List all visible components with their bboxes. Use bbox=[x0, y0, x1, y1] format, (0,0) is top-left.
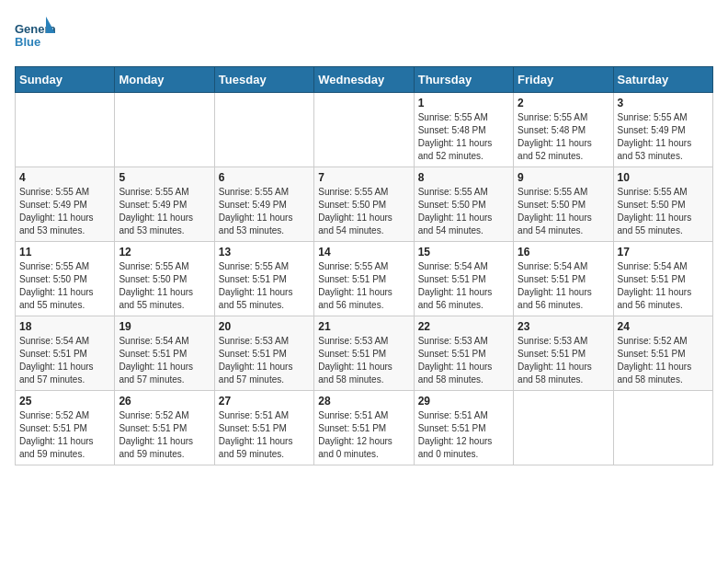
calendar-day-cell: 20Sunrise: 5:53 AM Sunset: 5:51 PM Dayli… bbox=[214, 316, 313, 391]
day-info: Sunrise: 5:55 AM Sunset: 5:49 PM Dayligh… bbox=[19, 186, 110, 237]
calendar-day-cell: 2Sunrise: 5:55 AM Sunset: 5:48 PM Daylig… bbox=[514, 93, 613, 167]
day-number: 22 bbox=[418, 320, 509, 333]
day-number: 2 bbox=[518, 97, 609, 109]
day-info: Sunrise: 5:55 AM Sunset: 5:48 PM Dayligh… bbox=[518, 111, 609, 163]
calendar-day-cell: 17Sunrise: 5:54 AM Sunset: 5:51 PM Dayli… bbox=[613, 242, 712, 316]
day-info: Sunrise: 5:55 AM Sunset: 5:50 PM Dayligh… bbox=[618, 186, 709, 237]
day-number: 14 bbox=[318, 246, 409, 259]
svg-text:Blue: Blue bbox=[15, 35, 40, 49]
day-number: 9 bbox=[518, 171, 609, 184]
calendar-day-cell: 4Sunrise: 5:55 AM Sunset: 5:49 PM Daylig… bbox=[16, 167, 115, 242]
day-info: Sunrise: 5:51 AM Sunset: 5:51 PM Dayligh… bbox=[318, 409, 409, 461]
calendar-day-header: Thursday bbox=[414, 67, 513, 93]
calendar-day-header: Monday bbox=[115, 67, 214, 93]
day-info: Sunrise: 5:55 AM Sunset: 5:51 PM Dayligh… bbox=[219, 260, 310, 312]
day-number: 7 bbox=[318, 171, 409, 184]
day-info: Sunrise: 5:55 AM Sunset: 5:50 PM Dayligh… bbox=[318, 186, 409, 237]
calendar-day-cell: 14Sunrise: 5:55 AM Sunset: 5:51 PM Dayli… bbox=[314, 242, 414, 316]
day-info: Sunrise: 5:51 AM Sunset: 5:51 PM Dayligh… bbox=[418, 409, 509, 461]
day-info: Sunrise: 5:53 AM Sunset: 5:51 PM Dayligh… bbox=[219, 335, 310, 386]
calendar-day-cell: 5Sunrise: 5:55 AM Sunset: 5:49 PM Daylig… bbox=[115, 167, 214, 242]
day-number: 23 bbox=[518, 320, 609, 333]
day-number: 20 bbox=[219, 320, 310, 333]
calendar-week-row: 4Sunrise: 5:55 AM Sunset: 5:49 PM Daylig… bbox=[16, 167, 713, 242]
day-info: Sunrise: 5:55 AM Sunset: 5:50 PM Dayligh… bbox=[19, 260, 110, 312]
day-number: 11 bbox=[19, 246, 110, 259]
day-number: 1 bbox=[418, 97, 509, 109]
day-info: Sunrise: 5:54 AM Sunset: 5:51 PM Dayligh… bbox=[518, 260, 609, 312]
day-info: Sunrise: 5:53 AM Sunset: 5:51 PM Dayligh… bbox=[518, 335, 609, 386]
calendar-day-cell: 13Sunrise: 5:55 AM Sunset: 5:51 PM Dayli… bbox=[214, 242, 313, 316]
calendar-day-cell: 7Sunrise: 5:55 AM Sunset: 5:50 PM Daylig… bbox=[314, 167, 414, 242]
calendar-day-cell: 10Sunrise: 5:55 AM Sunset: 5:50 PM Dayli… bbox=[613, 167, 712, 242]
calendar-day-cell: 25Sunrise: 5:52 AM Sunset: 5:51 PM Dayli… bbox=[16, 391, 115, 465]
page-header: General Blue bbox=[15, 15, 713, 59]
day-number: 10 bbox=[618, 171, 709, 184]
day-number: 21 bbox=[318, 320, 409, 333]
day-number: 4 bbox=[19, 171, 110, 184]
calendar-day-cell: 8Sunrise: 5:55 AM Sunset: 5:50 PM Daylig… bbox=[414, 167, 513, 242]
calendar-day-cell bbox=[314, 93, 414, 167]
calendar-body: 1Sunrise: 5:55 AM Sunset: 5:48 PM Daylig… bbox=[16, 93, 713, 465]
calendar-week-row: 1Sunrise: 5:55 AM Sunset: 5:48 PM Daylig… bbox=[16, 93, 713, 167]
calendar-day-cell bbox=[514, 391, 613, 465]
calendar-day-cell: 9Sunrise: 5:55 AM Sunset: 5:50 PM Daylig… bbox=[514, 167, 613, 242]
day-number: 27 bbox=[219, 395, 310, 408]
day-info: Sunrise: 5:55 AM Sunset: 5:51 PM Dayligh… bbox=[318, 260, 409, 312]
day-info: Sunrise: 5:52 AM Sunset: 5:51 PM Dayligh… bbox=[119, 409, 210, 461]
day-info: Sunrise: 5:51 AM Sunset: 5:51 PM Dayligh… bbox=[219, 409, 310, 461]
calendar-day-cell: 16Sunrise: 5:54 AM Sunset: 5:51 PM Dayli… bbox=[514, 242, 613, 316]
day-number: 26 bbox=[119, 395, 210, 408]
day-number: 15 bbox=[418, 246, 509, 259]
day-info: Sunrise: 5:52 AM Sunset: 5:51 PM Dayligh… bbox=[618, 335, 709, 386]
day-info: Sunrise: 5:55 AM Sunset: 5:50 PM Dayligh… bbox=[119, 260, 210, 312]
calendar-day-cell: 27Sunrise: 5:51 AM Sunset: 5:51 PM Dayli… bbox=[214, 391, 313, 465]
day-info: Sunrise: 5:53 AM Sunset: 5:51 PM Dayligh… bbox=[418, 335, 509, 386]
day-number: 29 bbox=[418, 395, 509, 408]
calendar-day-cell: 3Sunrise: 5:55 AM Sunset: 5:49 PM Daylig… bbox=[613, 93, 712, 167]
day-info: Sunrise: 5:55 AM Sunset: 5:50 PM Dayligh… bbox=[418, 186, 509, 237]
calendar-day-header: Friday bbox=[514, 67, 613, 93]
day-info: Sunrise: 5:55 AM Sunset: 5:49 PM Dayligh… bbox=[219, 186, 310, 237]
logo-icon: General Blue bbox=[15, 15, 55, 55]
day-info: Sunrise: 5:54 AM Sunset: 5:51 PM Dayligh… bbox=[618, 260, 709, 312]
day-info: Sunrise: 5:55 AM Sunset: 5:49 PM Dayligh… bbox=[119, 186, 210, 237]
calendar-day-cell bbox=[214, 93, 313, 167]
day-number: 16 bbox=[518, 246, 609, 259]
calendar-day-header: Sunday bbox=[16, 67, 115, 93]
calendar-day-cell: 15Sunrise: 5:54 AM Sunset: 5:51 PM Dayli… bbox=[414, 242, 513, 316]
calendar-day-cell bbox=[115, 93, 214, 167]
calendar-day-cell: 1Sunrise: 5:55 AM Sunset: 5:48 PM Daylig… bbox=[414, 93, 513, 167]
day-info: Sunrise: 5:52 AM Sunset: 5:51 PM Dayligh… bbox=[19, 409, 110, 461]
calendar-day-cell: 12Sunrise: 5:55 AM Sunset: 5:50 PM Dayli… bbox=[115, 242, 214, 316]
calendar-day-cell bbox=[16, 93, 115, 167]
day-info: Sunrise: 5:54 AM Sunset: 5:51 PM Dayligh… bbox=[418, 260, 509, 312]
day-number: 24 bbox=[618, 320, 709, 333]
day-info: Sunrise: 5:55 AM Sunset: 5:50 PM Dayligh… bbox=[518, 186, 609, 237]
calendar-day-cell: 23Sunrise: 5:53 AM Sunset: 5:51 PM Dayli… bbox=[514, 316, 613, 391]
calendar-day-cell: 6Sunrise: 5:55 AM Sunset: 5:49 PM Daylig… bbox=[214, 167, 313, 242]
calendar-day-header: Wednesday bbox=[314, 67, 414, 93]
day-number: 6 bbox=[219, 171, 310, 184]
day-info: Sunrise: 5:53 AM Sunset: 5:51 PM Dayligh… bbox=[318, 335, 409, 386]
day-info: Sunrise: 5:55 AM Sunset: 5:48 PM Dayligh… bbox=[418, 111, 509, 163]
calendar-day-cell: 22Sunrise: 5:53 AM Sunset: 5:51 PM Dayli… bbox=[414, 316, 513, 391]
day-info: Sunrise: 5:54 AM Sunset: 5:51 PM Dayligh… bbox=[119, 335, 210, 386]
calendar-day-cell: 21Sunrise: 5:53 AM Sunset: 5:51 PM Dayli… bbox=[314, 316, 414, 391]
day-number: 12 bbox=[119, 246, 210, 259]
day-number: 5 bbox=[119, 171, 210, 184]
day-number: 28 bbox=[318, 395, 409, 408]
calendar-day-cell: 19Sunrise: 5:54 AM Sunset: 5:51 PM Dayli… bbox=[115, 316, 214, 391]
logo: General Blue bbox=[15, 15, 55, 59]
calendar-header-row: SundayMondayTuesdayWednesdayThursdayFrid… bbox=[16, 67, 713, 93]
calendar-day-cell: 24Sunrise: 5:52 AM Sunset: 5:51 PM Dayli… bbox=[613, 316, 712, 391]
day-number: 8 bbox=[418, 171, 509, 184]
calendar-day-cell: 28Sunrise: 5:51 AM Sunset: 5:51 PM Dayli… bbox=[314, 391, 414, 465]
calendar-day-cell bbox=[613, 391, 712, 465]
calendar-day-cell: 11Sunrise: 5:55 AM Sunset: 5:50 PM Dayli… bbox=[16, 242, 115, 316]
day-number: 13 bbox=[219, 246, 310, 259]
calendar-day-cell: 29Sunrise: 5:51 AM Sunset: 5:51 PM Dayli… bbox=[414, 391, 513, 465]
day-info: Sunrise: 5:54 AM Sunset: 5:51 PM Dayligh… bbox=[19, 335, 110, 386]
day-number: 18 bbox=[19, 320, 110, 333]
day-number: 3 bbox=[618, 97, 709, 109]
